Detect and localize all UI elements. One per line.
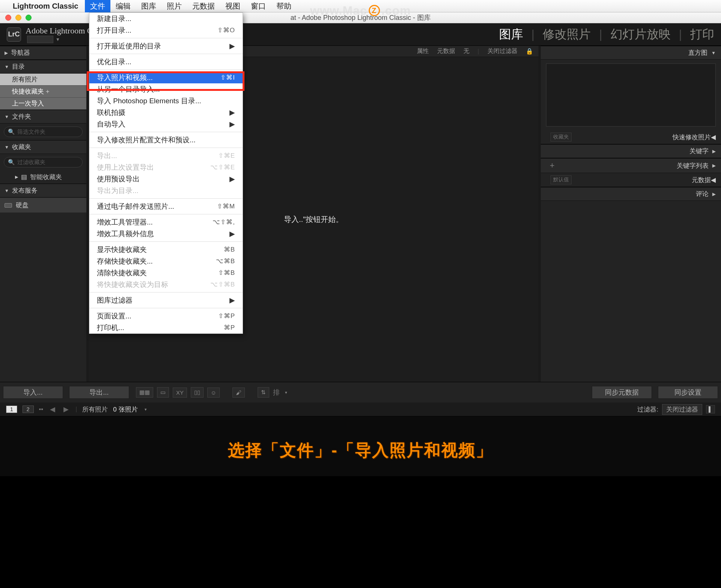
menu-item: 将快捷收藏夹设为目标⌥⇧⌘B [89, 279, 243, 290]
catalog-previous-import[interactable]: 上一次导入 [0, 98, 86, 110]
menu-item-label: 显示快捷收藏夹 [97, 245, 147, 255]
menu-item-label: 打印机... [97, 323, 124, 333]
menu-item[interactable]: 增效工具管理器...⌥⇧⌘, [89, 216, 243, 228]
sync-settings-button[interactable]: 同步设置 [658, 386, 718, 399]
quickdev-header[interactable]: 收藏夹快速修改照片◀ [541, 130, 721, 144]
menubar-item-edit[interactable]: 编辑 [110, 0, 136, 13]
histogram-header[interactable]: 直方图▼ [541, 46, 721, 60]
filter-metadata[interactable]: 元数据 [437, 47, 455, 55]
menu-item[interactable]: 导入修改照片配置文件和预设... [89, 134, 243, 146]
menubar-item-view[interactable]: 视图 [220, 0, 246, 13]
publish-label: 发布服务 [12, 186, 38, 195]
people-view-icon[interactable]: ☺ [207, 387, 220, 398]
lock-icon[interactable]: 🔒 [526, 48, 533, 55]
publish-harddrive[interactable]: 硬盘 [0, 198, 86, 213]
export-button[interactable]: 导出... [69, 386, 129, 399]
loupe-view-icon[interactable]: ▭ [157, 387, 169, 398]
menu-item[interactable]: 使用预设导出▶ [89, 173, 243, 185]
menu-item[interactable]: 打印机...⌘P [89, 322, 243, 333]
menu-item-label: 使用预设导出 [97, 174, 140, 184]
filter-switch-icon[interactable]: ▌ [706, 405, 715, 413]
menu-item[interactable]: 清除快捷收藏夹⇧⌘B [89, 267, 243, 279]
filter-attribute[interactable]: 属性 [417, 47, 429, 55]
histogram-label: 直方图 [688, 48, 707, 57]
sort-label[interactable]: 排 [273, 388, 280, 397]
secondary-display-button[interactable]: 2 [23, 406, 34, 413]
menubar-appname[interactable]: Lightroom Classic [13, 2, 78, 11]
folders-header[interactable]: ▼文件夹 [0, 110, 86, 124]
menu-item[interactable]: 显示快捷收藏夹⌘B [89, 244, 243, 255]
menu-item[interactable]: 存储快捷收藏夹...⌥⌘B [89, 255, 243, 267]
menubar-item-window[interactable]: 窗口 [246, 0, 271, 13]
traffic-lights [5, 15, 32, 21]
grid-toggle-icon[interactable]: ▪▪ [39, 406, 43, 413]
import-button[interactable]: 导入... [3, 386, 63, 399]
metadata-header[interactable]: 默认值元数据◀ [541, 173, 721, 187]
primary-display-button[interactable]: 1 [6, 406, 17, 413]
chevron-down-icon[interactable]: ▾ [145, 407, 147, 412]
catalog-header[interactable]: ▼目录 [0, 60, 86, 74]
menu-item[interactable]: 打开最近使用的目录▶ [89, 40, 243, 52]
comments-header[interactable]: 评论◀ [541, 187, 721, 201]
survey-view-icon[interactable]: ▯▯ [191, 387, 204, 398]
menu-item[interactable]: 图库过滤器▶ [89, 294, 243, 306]
toolbar-bottom: 导入... 导出... ▦▦ ▭ XY ▯▯ ☺ 🖌 ⇅ 排▾ 同步元数据 同步… [0, 382, 721, 403]
menu-item[interactable]: 导入 Photoshop Elements 目录... [89, 95, 243, 107]
compare-view-icon[interactable]: XY [173, 387, 187, 398]
menu-separator [89, 241, 243, 242]
module-develop[interactable]: 修改照片 [543, 26, 591, 43]
menu-item[interactable]: 联机拍摄▶ [89, 107, 243, 118]
folders-search-input[interactable]: 🔍筛选文件夹 [4, 127, 83, 137]
catalog-all-photos[interactable]: 所有照片 [0, 74, 86, 86]
menu-separator [89, 132, 243, 132]
menu-item-label: 联机拍摄 [97, 108, 125, 118]
zoom-icon[interactable] [26, 15, 32, 21]
status-source[interactable]: 所有照片 [82, 405, 108, 414]
navigator-header[interactable]: ▶导航器 [0, 46, 86, 60]
menu-item[interactable]: 打开目录...⇧⌘O [89, 24, 243, 36]
menu-item[interactable]: 页面设置...⇧⌘P [89, 310, 243, 322]
filter-none[interactable]: 无 [463, 47, 469, 55]
menu-item[interactable]: 优化目录... [89, 56, 243, 68]
minimize-icon[interactable] [15, 15, 21, 21]
filter-preset-combo[interactable]: 关闭过滤器 [662, 404, 702, 415]
grid-view-icon[interactable]: ▦▦ [136, 387, 153, 398]
next-arrow-icon[interactable]: ▶ [63, 405, 69, 413]
sort-direction-icon[interactable]: ⇅ [258, 387, 269, 398]
prev-arrow-icon[interactable]: ◀ [50, 405, 55, 413]
metadata-preset[interactable]: 默认值 [551, 175, 572, 184]
keywordlist-header[interactable]: +关键字列表◀ [541, 158, 721, 173]
module-print[interactable]: 打印 [690, 26, 714, 43]
menubar-item-file[interactable]: 文件 [85, 0, 110, 13]
menu-item[interactable]: 导入照片和视频...⇧⌘I [89, 72, 243, 83]
menubar-item-metadata[interactable]: 元数据 [187, 0, 220, 13]
menubar-item-photo[interactable]: 照片 [161, 0, 187, 13]
menu-item[interactable]: 新建目录... [89, 13, 243, 24]
collections-header[interactable]: ▼收藏夹 [0, 140, 86, 154]
filter-off[interactable]: 关闭过滤器 [487, 47, 517, 55]
menu-item: 导出...⇧⌘E [89, 150, 243, 161]
menubar-item-help[interactable]: 帮助 [271, 0, 297, 13]
menu-separator [89, 38, 243, 38]
sync-metadata-button[interactable]: 同步元数据 [592, 386, 652, 399]
module-slideshow[interactable]: 幻灯片放映 [611, 26, 671, 43]
menu-item[interactable]: 自动导入▶ [89, 118, 243, 130]
menu-shortcut: ⌘B [224, 246, 235, 253]
menu-item[interactable]: 通过电子邮件发送照片...⇧⌘M [89, 201, 243, 212]
menu-item[interactable]: 从另一个目录导入... [89, 83, 243, 95]
painter-icon[interactable]: 🖌 [232, 387, 245, 398]
keywording-header[interactable]: 关键字◀ [541, 144, 721, 158]
smart-collections-row[interactable]: ▶▤智能收藏夹 [0, 170, 86, 184]
close-icon[interactable] [5, 15, 11, 21]
module-library[interactable]: 图库 [499, 26, 523, 43]
collections-search-input[interactable]: 🔍过滤收藏夹 [4, 157, 83, 167]
identity-plate-menu[interactable] [27, 36, 53, 43]
triangle-down-icon: ▼ [5, 114, 9, 119]
menubar-item-library[interactable]: 图库 [136, 0, 161, 13]
menu-item[interactable]: 增效工具额外信息▶ [89, 228, 243, 240]
plus-icon[interactable]: + [550, 161, 555, 170]
quickdev-preset[interactable]: 收藏夹 [551, 133, 572, 142]
catalog-quick-collection[interactable]: 快捷收藏夹 [0, 86, 86, 98]
publish-header[interactable]: ▼发布服务 [0, 184, 86, 198]
menu-item-label: 导出为目录... [97, 186, 139, 196]
